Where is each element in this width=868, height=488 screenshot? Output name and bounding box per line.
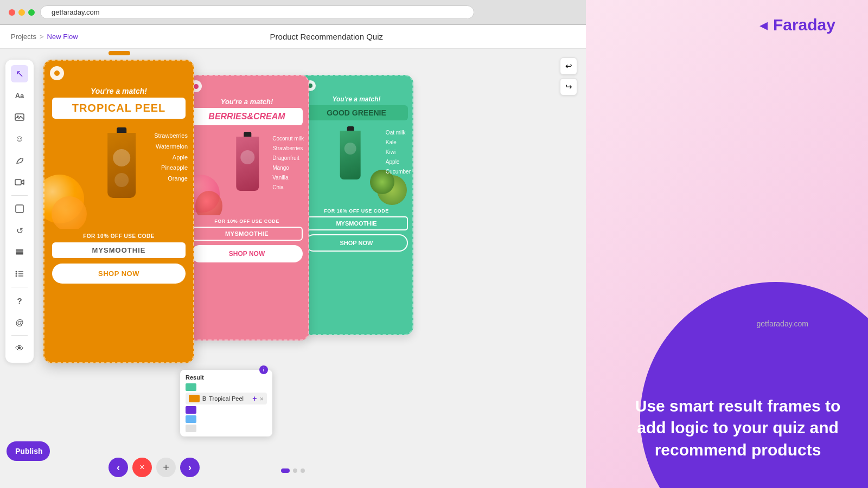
brand-url: getfaraday.com	[757, 319, 808, 328]
bottom-nav-controls: ‹ × + ›	[108, 458, 200, 477]
svg-rect-2	[15, 179, 21, 185]
card-pink-cta[interactable]: SHOP NOW	[191, 245, 303, 262]
card-green-ingredient-3: Kiwi	[386, 147, 411, 157]
card-pink-product-name: BERRIES&CREAM	[191, 108, 303, 125]
result-row-5	[186, 425, 267, 432]
card-pink-coupon: MYSMOOTHIE	[191, 227, 303, 241]
draw-tool[interactable]	[11, 152, 28, 169]
cursor-tool[interactable]: ↖	[11, 65, 28, 82]
prev-button[interactable]: ‹	[108, 458, 128, 477]
list-tool[interactable]	[11, 265, 28, 282]
result-panel-title: Result	[186, 374, 267, 381]
delete-button[interactable]: ×	[132, 458, 152, 477]
result-row-2-add[interactable]: +	[252, 394, 257, 403]
page-title: Product Recommendation Quiz	[78, 32, 575, 41]
promo-headline: Use smart result frames to add logic to …	[629, 395, 846, 461]
card-green-ingredient-2: Kale	[386, 138, 411, 147]
card-pink-ingredient-3: Dragonfruit	[272, 153, 304, 163]
result-row-4	[186, 415, 267, 423]
help-tool[interactable]: ?	[11, 292, 28, 309]
top-nav: Projects > New Flow Product Recommendati…	[0, 25, 586, 49]
breadcrumb-current[interactable]: New Flow	[47, 33, 78, 41]
svg-rect-3	[16, 205, 23, 213]
card-green-discount: FOR 10% OFF USE CODE	[299, 208, 413, 214]
image-tool[interactable]	[11, 108, 28, 126]
card-tropical-peel[interactable]: You're a match! TROPICAL PEEL	[43, 60, 194, 363]
card-orange-ingredient-2: Watermelon	[154, 142, 188, 152]
card-pink-ingredient-6: Chia	[272, 183, 304, 192]
card-berries-cream[interactable]: You're a match! BERRIES&CREAM	[184, 75, 309, 341]
next-button[interactable]: ›	[180, 458, 200, 477]
card-orange-cta[interactable]: SHOP NOW	[52, 264, 186, 284]
card-green-product-name: GOOD GREENIE	[305, 105, 408, 120]
emoji-tool[interactable]: ☺	[11, 130, 28, 147]
card-green-ingredient-1: Oat milk	[386, 128, 411, 138]
page-dots	[281, 468, 305, 473]
right-panel: ◂ Faraday getfaraday.com Use smart resul…	[586, 0, 868, 488]
redo-button[interactable]: ↪	[560, 78, 577, 95]
card-green-coupon: MYSMOOTHIE	[305, 216, 408, 230]
undo-button[interactable]: ↩	[560, 57, 577, 75]
svg-point-9	[16, 273, 17, 275]
breadcrumb-projects[interactable]: Projects	[11, 33, 36, 41]
card-orange-ingredient-4: Pineapple	[154, 163, 188, 174]
card-pink-match-text: You're a match!	[184, 75, 309, 108]
result-row-3	[186, 406, 267, 414]
card-green-cta[interactable]: SHOP NOW	[305, 234, 408, 252]
svg-rect-4	[16, 249, 23, 251]
cards-container: You're a match! TROPICAL PEEL	[43, 60, 413, 363]
card-pink-ingredient-5: Vanilla	[272, 173, 304, 183]
card-orange-ingredient-5: Orange	[154, 174, 188, 184]
svg-rect-5	[16, 252, 23, 253]
card-pink-ingredient-2: Strawberries	[272, 144, 304, 153]
card-good-greenie[interactable]: You're a match! GOOD GREENIE	[299, 75, 413, 335]
url-bar[interactable]: getfaraday.com	[40, 5, 474, 19]
add-button[interactable]: +	[156, 458, 176, 477]
svg-point-7	[16, 271, 17, 273]
faraday-logo-icon: ◂	[760, 15, 768, 34]
publish-button[interactable]: Publish	[7, 441, 50, 461]
card-orange-ingredient-1: Strawberries	[154, 131, 188, 142]
card-green-match-text: You're a match!	[299, 75, 413, 105]
text-tool[interactable]: Aa	[11, 87, 28, 104]
breadcrumb-separator: >	[40, 33, 44, 41]
card-pink-ingredient-4: Mango	[272, 163, 304, 173]
left-toolbar: ↖ Aa ☺ ↺ ? @	[5, 60, 34, 363]
card-orange-match-text: You're a match!	[43, 60, 194, 98]
svg-rect-6	[16, 253, 23, 255]
preview-tool[interactable]: 👁	[11, 340, 28, 357]
undo-redo-group: ↩ ↪	[560, 57, 577, 95]
loop-tool[interactable]: ↺	[11, 222, 28, 239]
card-pink-ingredient-1: Coconut milk	[272, 134, 304, 144]
breadcrumb: Projects > New Flow	[11, 33, 78, 41]
card-orange-product-name: TROPICAL PEEL	[52, 98, 186, 119]
result-row-2-close[interactable]: ×	[259, 395, 264, 403]
faraday-logo: ◂ Faraday	[760, 15, 835, 34]
card-pink-discount: FOR 10% OFF USE CODE	[184, 219, 309, 224]
result-row-2-label: Tropical Peel	[209, 395, 250, 402]
canvas-area: ↖ Aa ☺ ↺ ? @	[0, 49, 586, 488]
mention-tool[interactable]: @	[11, 313, 28, 331]
card-orange-coupon: MYSMOOTHIE	[52, 242, 186, 258]
card-orange-ingredient-3: Apple	[154, 152, 188, 163]
result-panel: i Result B Tropical Peel + ×	[180, 370, 272, 436]
promo-text-container: Use smart result frames to add logic to …	[629, 395, 846, 461]
video-tool[interactable]	[11, 174, 28, 191]
result-row-2[interactable]: B Tropical Peel + ×	[186, 393, 267, 404]
card-orange-discount: FOR 10% OFF USE CODE	[43, 233, 194, 239]
card-green-ingredient-4: Apple	[386, 157, 411, 167]
form-tool[interactable]	[11, 243, 28, 261]
result-row-1	[186, 383, 267, 391]
frame-tool[interactable]	[11, 200, 28, 217]
svg-point-11	[16, 275, 17, 277]
faraday-logo-text: Faraday	[773, 16, 835, 34]
card-green-ingredient-5: Cucumber	[386, 167, 411, 177]
